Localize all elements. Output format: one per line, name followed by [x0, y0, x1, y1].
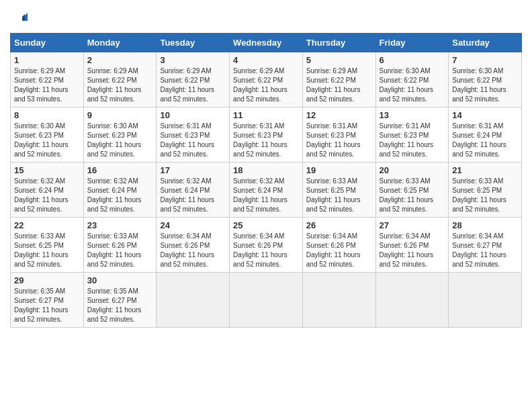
day-number: 4 — [233, 55, 299, 65]
day-number: 20 — [380, 165, 445, 175]
day-number: 13 — [380, 110, 445, 120]
day-number: 18 — [233, 165, 299, 175]
day-content: Sunrise: 6:29 AMSunset: 6:22 PMDaylight:… — [87, 66, 153, 104]
column-header-monday: Monday — [83, 34, 157, 52]
day-content: Sunrise: 6:31 AMSunset: 6:23 PMDaylight:… — [306, 122, 372, 159]
day-number: 26 — [306, 220, 372, 230]
calendar-week-row: 15 Sunrise: 6:32 AMSunset: 6:24 PMDaylig… — [11, 163, 522, 218]
day-content: Sunrise: 6:31 AMSunset: 6:24 PMDaylight:… — [452, 122, 518, 159]
day-number: 3 — [160, 55, 226, 65]
calendar-day-cell: 21 Sunrise: 6:33 AMSunset: 6:25 PMDaylig… — [449, 163, 522, 218]
day-number: 17 — [160, 165, 226, 175]
calendar-day-cell: 6 Sunrise: 6:30 AMSunset: 6:22 PMDayligh… — [375, 52, 449, 107]
day-content: Sunrise: 6:32 AMSunset: 6:24 PMDaylight:… — [233, 177, 299, 214]
calendar-day-cell — [449, 273, 522, 328]
day-number: 15 — [14, 165, 80, 175]
calendar-day-cell: 11 Sunrise: 6:31 AMSunset: 6:23 PMDaylig… — [230, 107, 303, 163]
day-number: 28 — [452, 220, 518, 230]
day-content: Sunrise: 6:30 AMSunset: 6:23 PMDaylight:… — [87, 122, 153, 159]
day-number: 1 — [14, 55, 80, 65]
column-header-thursday: Thursday — [302, 34, 375, 52]
calendar-day-cell: 5 Sunrise: 6:29 AMSunset: 6:22 PMDayligh… — [302, 52, 375, 107]
day-number: 22 — [14, 220, 80, 230]
day-content: Sunrise: 6:31 AMSunset: 6:23 PMDaylight:… — [233, 122, 299, 159]
day-content: Sunrise: 6:34 AMSunset: 6:27 PMDaylight:… — [452, 232, 518, 269]
day-content: Sunrise: 6:30 AMSunset: 6:23 PMDaylight:… — [14, 122, 80, 159]
column-header-wednesday: Wednesday — [230, 34, 303, 52]
day-number: 8 — [14, 110, 80, 120]
day-number: 6 — [380, 55, 445, 65]
calendar-day-cell: 14 Sunrise: 6:31 AMSunset: 6:24 PMDaylig… — [449, 107, 522, 163]
day-number: 24 — [160, 220, 226, 230]
calendar-day-cell: 8 Sunrise: 6:30 AMSunset: 6:23 PMDayligh… — [11, 107, 84, 163]
calendar-day-cell: 18 Sunrise: 6:32 AMSunset: 6:24 PMDaylig… — [230, 163, 303, 218]
day-content: Sunrise: 6:33 AMSunset: 6:25 PMDaylight:… — [14, 232, 80, 269]
day-content: Sunrise: 6:33 AMSunset: 6:25 PMDaylight:… — [306, 177, 372, 214]
day-content: Sunrise: 6:33 AMSunset: 6:25 PMDaylight:… — [380, 177, 445, 214]
calendar-day-cell: 4 Sunrise: 6:29 AMSunset: 6:22 PMDayligh… — [230, 52, 303, 107]
calendar-day-cell: 13 Sunrise: 6:31 AMSunset: 6:23 PMDaylig… — [375, 107, 449, 163]
calendar-day-cell: 22 Sunrise: 6:33 AMSunset: 6:25 PMDaylig… — [11, 218, 84, 273]
calendar-week-row: 1 Sunrise: 6:29 AMSunset: 6:22 PMDayligh… — [11, 52, 522, 107]
logo-icon — [11, 10, 28, 26]
day-number: 14 — [452, 110, 518, 120]
column-header-saturday: Saturday — [449, 34, 522, 52]
calendar-day-cell — [375, 273, 449, 328]
day-content: Sunrise: 6:30 AMSunset: 6:22 PMDaylight:… — [380, 66, 445, 104]
day-number: 29 — [14, 275, 80, 285]
column-header-sunday: Sunday — [11, 34, 84, 52]
calendar-day-cell: 7 Sunrise: 6:30 AMSunset: 6:22 PMDayligh… — [449, 52, 522, 107]
column-header-tuesday: Tuesday — [157, 34, 230, 52]
calendar-day-cell: 2 Sunrise: 6:29 AMSunset: 6:22 PMDayligh… — [83, 52, 157, 107]
calendar-week-row: 29 Sunrise: 6:35 AMSunset: 6:27 PMDaylig… — [11, 273, 522, 328]
calendar-day-cell: 20 Sunrise: 6:33 AMSunset: 6:25 PMDaylig… — [375, 163, 449, 218]
logo — [10, 10, 28, 26]
calendar-day-cell: 10 Sunrise: 6:31 AMSunset: 6:23 PMDaylig… — [157, 107, 230, 163]
day-number: 2 — [87, 55, 153, 65]
day-content: Sunrise: 6:33 AMSunset: 6:26 PMDaylight:… — [87, 232, 153, 269]
calendar-day-cell: 26 Sunrise: 6:34 AMSunset: 6:26 PMDaylig… — [302, 218, 375, 273]
calendar-day-cell: 25 Sunrise: 6:34 AMSunset: 6:26 PMDaylig… — [230, 218, 303, 273]
day-content: Sunrise: 6:33 AMSunset: 6:25 PMDaylight:… — [452, 177, 518, 214]
calendar-day-cell: 3 Sunrise: 6:29 AMSunset: 6:22 PMDayligh… — [157, 52, 230, 107]
calendar-day-cell: 12 Sunrise: 6:31 AMSunset: 6:23 PMDaylig… — [302, 107, 375, 163]
calendar-day-cell — [302, 273, 375, 328]
day-content: Sunrise: 6:31 AMSunset: 6:23 PMDaylight:… — [160, 122, 226, 159]
calendar-day-cell: 23 Sunrise: 6:33 AMSunset: 6:26 PMDaylig… — [83, 218, 157, 273]
day-number: 11 — [233, 110, 299, 120]
day-content: Sunrise: 6:34 AMSunset: 6:26 PMDaylight:… — [380, 232, 445, 269]
day-number: 30 — [87, 275, 153, 285]
calendar-week-row: 8 Sunrise: 6:30 AMSunset: 6:23 PMDayligh… — [11, 107, 522, 163]
calendar-day-cell — [157, 273, 230, 328]
day-number: 21 — [452, 165, 518, 175]
day-number: 10 — [160, 110, 226, 120]
day-number: 9 — [87, 110, 153, 120]
calendar-day-cell: 27 Sunrise: 6:34 AMSunset: 6:26 PMDaylig… — [375, 218, 449, 273]
calendar-day-cell: 19 Sunrise: 6:33 AMSunset: 6:25 PMDaylig… — [302, 163, 375, 218]
day-content: Sunrise: 6:32 AMSunset: 6:24 PMDaylight:… — [14, 177, 80, 214]
day-number: 23 — [87, 220, 153, 230]
day-content: Sunrise: 6:29 AMSunset: 6:22 PMDaylight:… — [14, 66, 80, 104]
calendar-day-cell: 9 Sunrise: 6:30 AMSunset: 6:23 PMDayligh… — [83, 107, 157, 163]
calendar-day-cell: 15 Sunrise: 6:32 AMSunset: 6:24 PMDaylig… — [11, 163, 84, 218]
calendar-week-row: 22 Sunrise: 6:33 AMSunset: 6:25 PMDaylig… — [11, 218, 522, 273]
calendar-day-cell: 17 Sunrise: 6:32 AMSunset: 6:24 PMDaylig… — [157, 163, 230, 218]
day-content: Sunrise: 6:31 AMSunset: 6:23 PMDaylight:… — [380, 122, 445, 159]
calendar-day-cell: 30 Sunrise: 6:35 AMSunset: 6:27 PMDaylig… — [83, 273, 157, 328]
day-number: 27 — [380, 220, 445, 230]
day-content: Sunrise: 6:29 AMSunset: 6:22 PMDaylight:… — [233, 66, 299, 104]
header — [10, 10, 522, 26]
day-number: 12 — [306, 110, 372, 120]
calendar-table: SundayMondayTuesdayWednesdayThursdayFrid… — [10, 33, 522, 328]
calendar-day-cell — [230, 273, 303, 328]
day-content: Sunrise: 6:35 AMSunset: 6:27 PMDaylight:… — [87, 287, 153, 324]
day-content: Sunrise: 6:35 AMSunset: 6:27 PMDaylight:… — [14, 287, 80, 324]
day-content: Sunrise: 6:30 AMSunset: 6:22 PMDaylight:… — [452, 66, 518, 104]
day-content: Sunrise: 6:34 AMSunset: 6:26 PMDaylight:… — [160, 232, 226, 269]
day-content: Sunrise: 6:34 AMSunset: 6:26 PMDaylight:… — [306, 232, 372, 269]
day-number: 16 — [87, 165, 153, 175]
day-content: Sunrise: 6:29 AMSunset: 6:22 PMDaylight:… — [160, 66, 226, 104]
calendar-header-row: SundayMondayTuesdayWednesdayThursdayFrid… — [11, 34, 522, 52]
calendar-day-cell: 29 Sunrise: 6:35 AMSunset: 6:27 PMDaylig… — [11, 273, 84, 328]
calendar-day-cell: 1 Sunrise: 6:29 AMSunset: 6:22 PMDayligh… — [11, 52, 84, 107]
